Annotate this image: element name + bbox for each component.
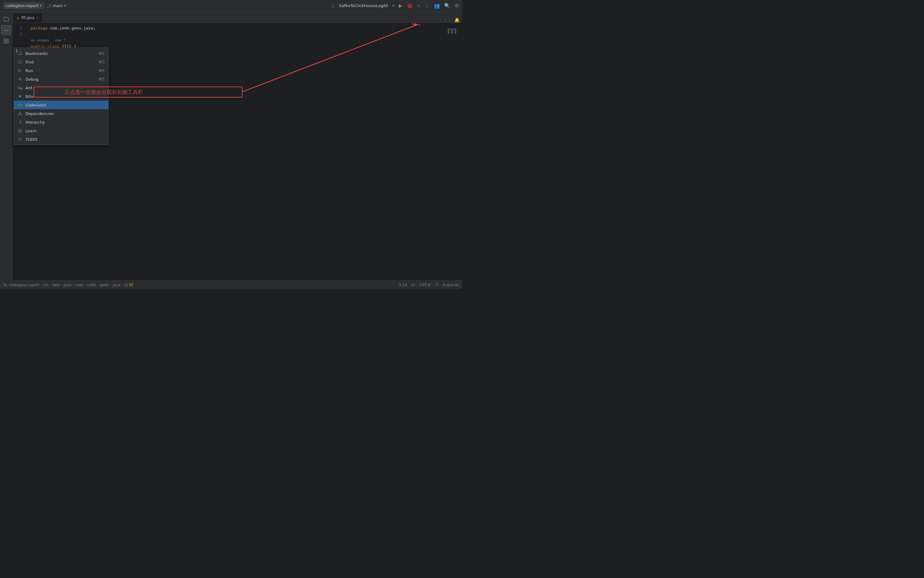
left-sidebar: ··· [0,11,12,282]
learn-label: Learn [26,128,105,133]
status-breadcrumb: codegeex-report › src › test › java › co… [9,283,133,287]
svg-point-29 [20,130,21,132]
title-bar-right: ▢ KafkaToClickhouseLogAll ▾ ▶ 🐞 ⚡ ⋮ 👥 🔍 … [331,3,459,8]
bc-sep-8: › [122,283,124,287]
branch-name[interactable]: ⎇ main ▾ [47,3,66,8]
settings-button[interactable]: ⚙ [455,3,459,8]
menu-item-hierarchy[interactable]: Hierarchy [14,118,108,127]
menu-item-bookmarks[interactable]: Bookmarks ⌘2 [14,49,108,58]
svg-point-25 [21,114,22,115]
git-icon: ⎇ [47,3,52,8]
find-shortcut: ⌘3 [99,60,105,64]
search-button[interactable]: 🔍 [444,3,450,8]
svg-point-37 [4,284,5,284]
run-config-label: KafkaToClickhouseLogAll [339,3,388,8]
bc-code: code [87,283,96,287]
bc-java: java [63,283,71,287]
bc-src: src [43,283,49,287]
cursor-position: 3:19 [399,283,407,287]
tab-close-button[interactable]: × [36,16,39,19]
play-button[interactable]: ▶ [399,3,402,8]
indent-setting: 4 spaces [442,283,459,287]
svg-point-15 [20,78,21,80]
svg-rect-3 [7,42,8,43]
tab-bar-actions: ⋮⋮⋮ 🔔 [439,18,460,23]
notification-button[interactable]: 🔔 [454,18,460,23]
sidebar-icon-folder[interactable] [1,14,11,24]
svg-line-26 [19,113,20,114]
status-bar-right: 3:19 LF UTF-8 4 spaces [399,283,459,287]
annotation-text: 2.点击一次就会出现在右侧工具栏 [65,89,143,96]
bc-sep-7: › [110,283,112,287]
menu-item-debug[interactable]: Debug ⌘5 [14,75,108,83]
status-bar-left: codegeex-report › src › test › java › co… [3,283,396,287]
encoding: UTF-8 [420,283,430,287]
svg-rect-1 [7,39,8,41]
tab-llll-java[interactable]: ☕ llll.java × [12,13,43,23]
tab-bar: ☕ llll.java × ⋮⋮⋮ 🔔 [12,11,462,23]
tab-more-button[interactable]: ⋮⋮⋮ [439,18,452,23]
bc-classname: llll [124,283,133,287]
profiler-button[interactable]: ⚡ [417,3,420,8]
svg-point-22 [19,96,21,97]
menu-item-learn[interactable]: Learn [14,127,108,135]
menu-item-todo[interactable]: TODO [14,135,108,144]
collab-button[interactable]: 👥 [434,3,440,8]
run-shortcut: ⌘4 [99,68,105,73]
bc-sep-3: › [61,283,62,287]
svg-rect-0 [4,39,5,41]
bito-icon [18,94,23,99]
bc-java2: java [113,283,120,287]
svg-point-23 [20,112,21,113]
svg-line-19 [21,80,21,80]
project-name[interactable]: codegeex-report ▾ [3,2,44,9]
bc-sep-1: › [41,283,42,287]
bookmarks-label: Bookmarks [26,51,96,56]
line-numbers: 1 2 [12,23,24,37]
line-ending: LF [412,283,416,287]
find-icon [18,60,23,65]
debug-button[interactable]: 🐞 [407,3,413,8]
svg-point-39 [125,284,127,286]
java-file-icon: ☕ [16,16,20,20]
branch-label: main [53,3,63,8]
run-config-icon: ▢ [331,4,335,8]
menu-item-find[interactable]: Find ⌘3 [14,58,108,66]
code-line-1: package com.code.geex.java; [31,25,458,31]
svg-point-12 [18,60,21,63]
todo-icon [18,137,23,142]
annotation-box: 2.点击一次就会出现在右侧工具栏 [34,86,242,97]
dependencies-label: Dependencies [26,111,105,116]
menu-trigger-badge[interactable]: 1 [13,47,20,54]
menu-item-run[interactable]: Run ⌘4 [14,66,108,75]
bc-project: codegeex-report [9,283,39,287]
find-label: Find [26,60,96,65]
svg-line-13 [21,63,22,64]
sidebar-icon-more[interactable]: ··· [1,25,11,35]
big-m-letter: m [447,24,457,36]
menu-item-codegeex[interactable]: <> CodeGeeX [14,101,108,109]
run-icon [18,68,23,73]
hierarchy-label: Hierarchy [26,120,105,125]
branch-chevron: ▾ [64,3,66,8]
hierarchy-icon [18,120,23,125]
svg-line-27 [20,113,21,114]
menu-item-dependencies[interactable]: Dependencies [14,109,108,118]
svg-marker-14 [19,69,21,72]
project-chevron: ▾ [40,3,42,8]
bc-sep-5: › [85,283,86,287]
svg-point-36 [5,285,7,286]
title-bar-left: codegeex-report ▾ ⎇ main ▾ [3,2,331,9]
more-actions-button[interactable]: ⋮ [425,3,429,8]
run-label: Run [26,68,96,73]
debug-shortcut: ⌘5 [99,77,105,81]
sidebar-icon-structure[interactable] [1,36,11,46]
status-bar: codegeex-report › src › test › java › co… [0,281,462,289]
codegeex-label: CodeGeeX [26,103,105,107]
bc-geex: geex [100,283,109,287]
title-bar: codegeex-report ▾ ⎇ main ▾ ▢ KafkaToClic… [0,0,462,11]
bc-test: test [52,283,60,287]
git-status-icon [3,283,7,287]
codegeex-icon: <> [18,102,23,107]
bc-sep-2: › [50,283,52,287]
